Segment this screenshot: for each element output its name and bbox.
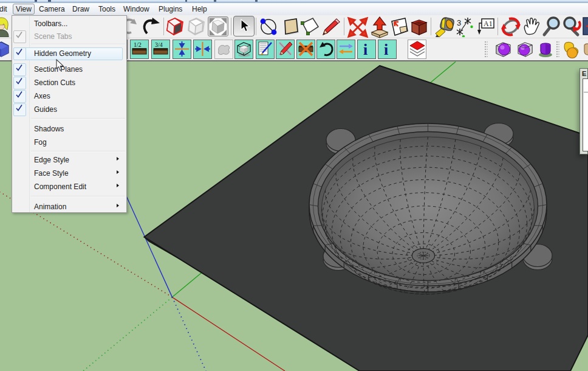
svg-text:i: i [363,41,368,58]
svg-text:3/4: 3/4 [155,41,163,48]
svg-text:i: i [384,41,388,58]
svg-text:1/2: 1/2 [134,41,142,48]
svg-text:A1: A1 [484,19,493,28]
svg-text:3: 3 [457,18,461,27]
